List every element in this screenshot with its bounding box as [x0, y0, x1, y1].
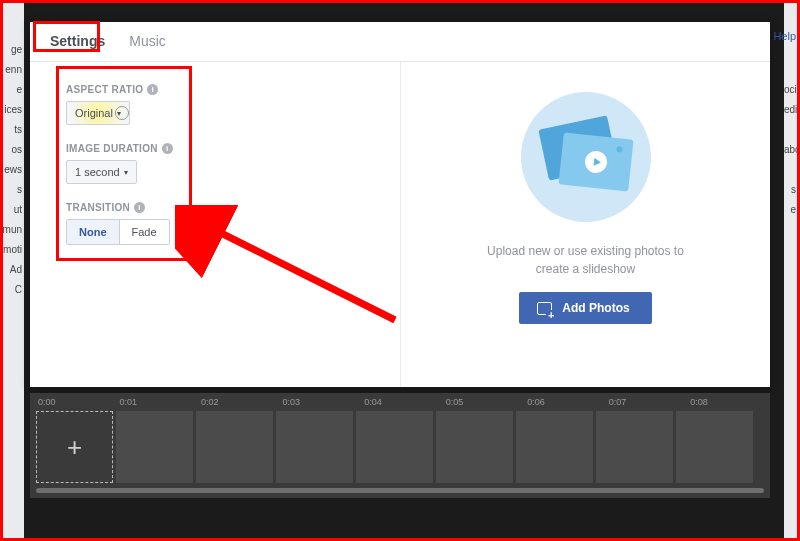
tabs: Settings Music — [30, 22, 770, 62]
play-icon — [583, 150, 607, 174]
preview-panel: Upload new or use existing photos to cre… — [400, 62, 770, 387]
info-icon[interactable]: i — [134, 202, 145, 213]
timeline-slot[interactable] — [196, 411, 273, 483]
timeline-slot[interactable] — [516, 411, 593, 483]
tab-music[interactable]: Music — [117, 22, 178, 61]
timeline-slot[interactable] — [436, 411, 513, 483]
timeline-slot[interactable] — [676, 411, 753, 483]
transition-segmented: None Fade — [66, 219, 170, 245]
upload-instructions: Upload new or use existing photos to cre… — [471, 242, 701, 278]
add-photos-button[interactable]: Add Photos — [519, 292, 651, 324]
help-link[interactable]: Help — [773, 30, 796, 42]
aspect-ratio-dropdown[interactable]: Original ▾ — [66, 101, 130, 125]
timeline: 0:00 0:01 0:02 0:03 0:04 0:05 0:06 0:07 … — [30, 393, 770, 498]
info-icon[interactable]: i — [162, 143, 173, 154]
timeline-ruler: 0:00 0:01 0:02 0:03 0:04 0:05 0:06 0:07 … — [30, 393, 770, 411]
timeline-slot[interactable] — [116, 411, 193, 483]
chevron-down-icon: ▾ — [124, 168, 128, 177]
slideshow-editor: Settings Music ASPECT RATIO i Original ▾ — [30, 22, 770, 387]
timeline-slot[interactable] — [356, 411, 433, 483]
image-duration-label: IMAGE DURATION i — [66, 143, 191, 154]
transition-label: TRANSITION i — [66, 202, 191, 213]
timeline-add-slot[interactable]: + — [36, 411, 113, 483]
aspect-ratio-label: ASPECT RATIO i — [66, 84, 191, 95]
transition-none-button[interactable]: None — [67, 220, 119, 244]
image-plus-icon — [537, 302, 552, 315]
timeline-scrollbar[interactable] — [36, 488, 764, 493]
image-duration-dropdown[interactable]: 1 second ▾ — [66, 160, 137, 184]
background-page-left: geenneicestsosewssutmunmotiAd C — [2, 0, 24, 541]
settings-panel: ASPECT RATIO i Original ▾ IMAGE DURATION — [30, 62, 400, 387]
transition-fade-button[interactable]: Fade — [119, 220, 169, 244]
chevron-down-icon: ▾ — [117, 109, 121, 118]
timeline-slot[interactable] — [596, 411, 673, 483]
info-icon[interactable]: i — [147, 84, 158, 95]
tab-settings[interactable]: Settings — [38, 22, 117, 61]
timeline-slot[interactable] — [276, 411, 353, 483]
slideshow-placeholder-icon — [521, 92, 651, 222]
background-page-right: ocialedia abou se — [784, 0, 798, 541]
